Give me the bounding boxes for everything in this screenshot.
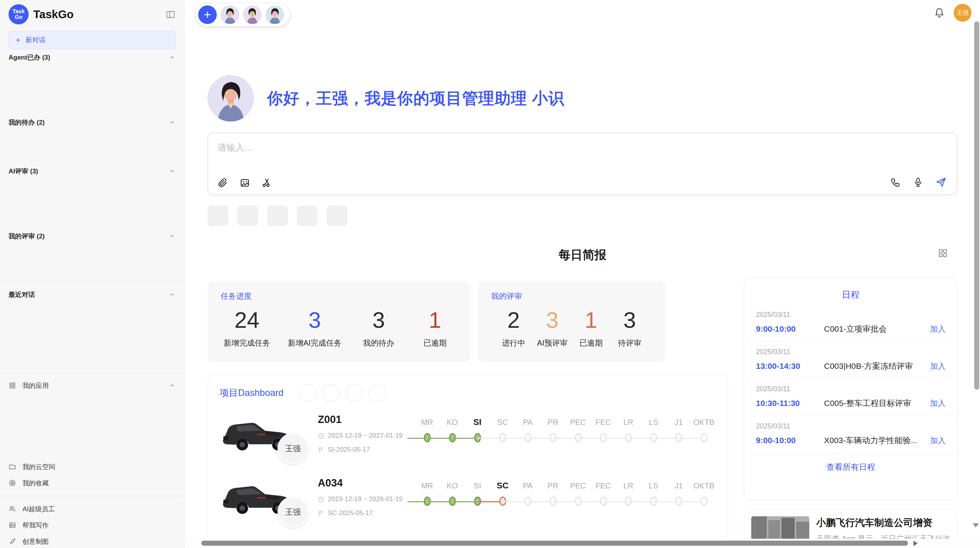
add-session-button[interactable]: [198, 5, 217, 24]
stat-label: AI预评审: [533, 338, 572, 348]
sidebar-section-header[interactable]: AI评审 (3): [9, 163, 176, 179]
sidebar-conversation-item[interactable]: [9, 179, 176, 195]
sidebar-header: Task Go TaskGo: [9, 3, 176, 26]
folder-icon: [9, 463, 17, 471]
sidebar-item-my-apps[interactable]: 我的应用: [9, 377, 176, 394]
stat: 3 我的待办: [359, 308, 398, 348]
image-icon: [9, 521, 17, 529]
milestone-label: SC: [490, 480, 515, 493]
stat-value: 24: [224, 308, 270, 332]
milestone-label: SI: [465, 480, 490, 493]
project-row[interactable]: 王强 A034 2023-12-19 ~ 2026-01-19: [208, 469, 728, 533]
milestone-label: PR: [540, 416, 565, 430]
app-menu-item[interactable]: [9, 442, 176, 459]
recent-chats-header[interactable]: 最近对话: [9, 286, 176, 303]
chevron-up-icon[interactable]: [169, 168, 176, 175]
join-link[interactable]: 加入: [930, 398, 946, 409]
recent-chat-item[interactable]: [9, 351, 176, 368]
chevron-up-icon[interactable]: [169, 382, 176, 389]
sidebar-conversation-item[interactable]: [9, 195, 176, 212]
chevron-up-icon[interactable]: [169, 233, 176, 240]
app-menu-item[interactable]: [9, 426, 176, 442]
recent-chat-item[interactable]: [9, 319, 176, 335]
schedule-title: 日程: [744, 289, 957, 301]
suggestion-chip[interactable]: [327, 206, 348, 226]
suggestion-chip[interactable]: [237, 206, 258, 226]
layout-grid-icon[interactable]: [937, 248, 948, 259]
stat-value: 2: [494, 308, 533, 332]
horizontal-scrollbar-thumb[interactable]: [201, 541, 908, 546]
stat: 3 新增AI完成任务: [288, 308, 342, 348]
sidebar-item-cloud-space[interactable]: 我的云空间: [9, 459, 176, 475]
view-all-schedule-link[interactable]: 查看所有日程: [744, 462, 957, 473]
dashboard-tab[interactable]: [299, 384, 317, 401]
sidebar-conversation-item[interactable]: [9, 260, 176, 277]
users-icon: [9, 505, 17, 513]
stat-label: 待评审: [610, 338, 649, 348]
schedule-item: 2025/03/11 13:00-14:30 C003|H0B-方案冻结评审 加…: [744, 342, 957, 379]
collapse-sidebar-icon[interactable]: [165, 9, 176, 20]
grid-icon: [9, 382, 17, 389]
mic-icon[interactable]: [913, 177, 923, 188]
assistant-avatar: [207, 75, 254, 122]
stat: 1 已逾期: [572, 308, 610, 348]
send-icon[interactable]: [935, 176, 947, 188]
sidebar-conversation-item[interactable]: [9, 98, 176, 114]
suggestion-chip[interactable]: [207, 206, 228, 226]
image-icon[interactable]: [240, 178, 250, 188]
sidebar-item-creative-drawing[interactable]: 创意制图: [9, 533, 176, 548]
chat-composer[interactable]: 请输入...: [207, 132, 958, 195]
join-link[interactable]: 加入: [930, 361, 946, 372]
app-menu-item[interactable]: [9, 394, 176, 410]
user-avatar[interactable]: 王强: [954, 4, 971, 22]
scissors-icon[interactable]: [262, 178, 272, 188]
phone-icon[interactable]: [890, 177, 901, 188]
vertical-scrollbar-thumb[interactable]: [974, 21, 979, 390]
greeting-block: 你好，王强，我是你的项目管理助理 小识: [207, 75, 564, 122]
notification-bell-icon[interactable]: [934, 7, 945, 19]
flag-icon: [318, 510, 324, 517]
dashboard-tab[interactable]: [345, 384, 363, 401]
sidebar-conversation-item[interactable]: [9, 147, 176, 163]
attach-icon[interactable]: [218, 178, 228, 188]
project-dates: 2023-12-19 ~ 2026-01-19: [318, 495, 415, 503]
suggestion-chips: [207, 206, 958, 226]
sidebar-section-header[interactable]: 我的待办 (2): [9, 114, 176, 130]
join-link[interactable]: 加入: [930, 435, 946, 446]
dashboard-tab[interactable]: [368, 384, 386, 401]
recent-chat-item[interactable]: [9, 335, 176, 351]
milestone-label: LS: [641, 416, 666, 430]
sidebar-conversation-item[interactable]: [9, 130, 176, 147]
sidebar-item-help-me-write[interactable]: 帮我写作: [9, 517, 176, 533]
recent-chat-item[interactable]: [9, 303, 176, 319]
milestone-label: PA: [515, 480, 540, 493]
scroll-down-arrow[interactable]: [973, 523, 979, 527]
suggestion-chip[interactable]: [267, 206, 288, 226]
sidebar-item-favorites[interactable]: 我的收藏: [9, 475, 176, 491]
milestone-label: SC: [490, 416, 515, 430]
project-row[interactable]: 王强 Z001 2023-12-19 ~ 2027-01-19: [208, 406, 728, 469]
suggestion-chip[interactable]: [297, 206, 318, 226]
divider: [0, 281, 184, 282]
session-avatar[interactable]: [243, 5, 262, 24]
sidebar-conversation-item[interactable]: [9, 244, 176, 260]
chevron-up-icon[interactable]: [169, 54, 176, 61]
new-chat-button[interactable]: ＋ 新对话: [9, 31, 176, 49]
session-avatar[interactable]: [221, 5, 239, 24]
sidebar-section-header[interactable]: 我的评审 (2): [9, 228, 176, 244]
recent-chats-list: [9, 303, 176, 368]
session-avatar[interactable]: [266, 5, 284, 24]
sidebar-item-ai-super-staff[interactable]: AI超级员工: [9, 501, 176, 517]
sidebar-conversation-item[interactable]: [9, 65, 176, 82]
sidebar-conversation-item[interactable]: [9, 212, 176, 228]
sidebar-sections: Agent已办 (3) 我的待办 (2): [9, 49, 176, 277]
app-menu-item[interactable]: [9, 410, 176, 426]
chevron-up-icon[interactable]: [169, 119, 176, 126]
scroll-right-arrow[interactable]: [913, 541, 918, 546]
chevron-up-icon[interactable]: [169, 291, 176, 298]
sidebar-conversation-item[interactable]: [9, 82, 176, 98]
milestone-label: PA: [515, 416, 540, 430]
join-link[interactable]: 加入: [930, 324, 946, 334]
sidebar-section-header[interactable]: Agent已办 (3): [9, 49, 176, 65]
dashboard-tab[interactable]: [322, 384, 340, 401]
